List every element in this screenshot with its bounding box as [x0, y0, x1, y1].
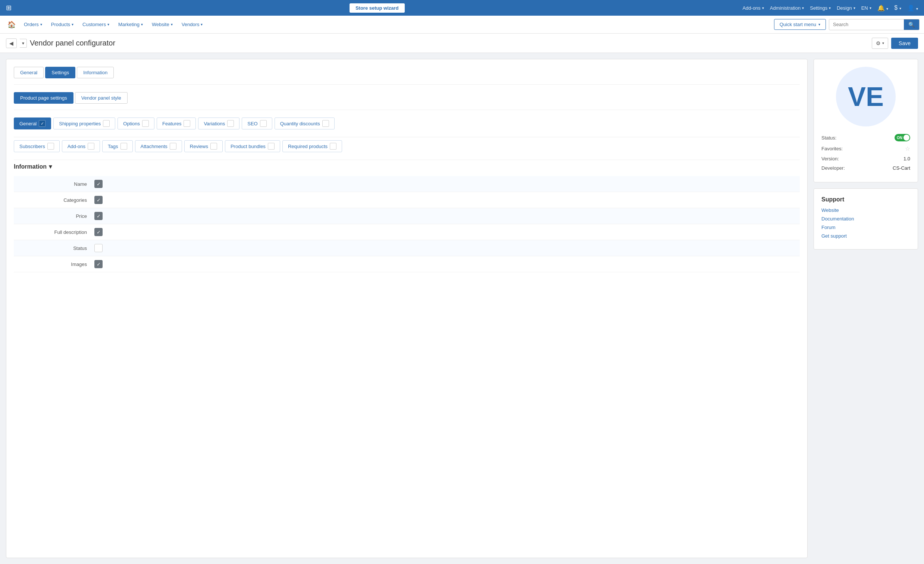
subtab-product-page-settings[interactable]: Product page settings: [14, 92, 74, 104]
information-section-heading[interactable]: Information ▾: [14, 163, 800, 170]
sidebar-version-row: Version: 1.0: [821, 156, 910, 162]
checkbox-images[interactable]: ✓: [94, 260, 103, 268]
user-icon[interactable]: 👤 ▾: [907, 4, 918, 12]
content-area: General Settings Information Product pag…: [6, 59, 808, 558]
status-label: Status:: [821, 135, 836, 141]
addons-menu[interactable]: Add-ons ▾: [742, 5, 764, 11]
design-menu[interactable]: Design ▾: [837, 5, 855, 11]
top-bar-right: Add-ons ▾ Administration ▾ Settings ▾ De…: [742, 4, 918, 12]
form-row-status: Status: [14, 240, 800, 256]
marketing-menu[interactable]: Marketing ▾: [114, 20, 147, 30]
pill-reviews-checkbox: [210, 143, 217, 150]
nav-bar-left: 🏠 Orders ▾ Products ▾ Customers ▾ Market…: [4, 19, 772, 30]
label-status: Status: [20, 246, 94, 251]
administration-menu[interactable]: Administration ▾: [770, 5, 804, 11]
grid-icon[interactable]: ⊞: [6, 4, 12, 12]
pill-attachments-checkbox: [170, 143, 177, 150]
main-tabs: General Settings Information: [14, 67, 800, 85]
website-menu[interactable]: Website ▾: [148, 20, 177, 30]
feature-pills-row2: Subscribers Add-ons Tags Attachments Rev…: [14, 140, 800, 160]
pill-variations[interactable]: Variations: [198, 117, 240, 129]
checkbox-price[interactable]: ✓: [94, 212, 103, 220]
pill-product-bundles[interactable]: Product bundles: [225, 140, 280, 152]
language-menu[interactable]: EN ▾: [861, 5, 872, 11]
form-row-name: Name ✓: [14, 176, 800, 192]
pill-subscribers-label: Subscribers: [20, 144, 45, 149]
label-full-description: Full description: [20, 230, 94, 235]
search-input[interactable]: [829, 20, 904, 30]
pill-seo[interactable]: SEO: [242, 117, 272, 129]
subtab-vendor-panel-style[interactable]: Vendor panel style: [75, 92, 128, 104]
back-button[interactable]: ◀: [6, 38, 17, 48]
form-row-full-description: Full description ✓: [14, 224, 800, 240]
tab-settings[interactable]: Settings: [45, 67, 75, 78]
support-get-support-link[interactable]: Get support: [821, 233, 910, 239]
pill-tags-label: Tags: [108, 144, 118, 149]
nav-bar: 🏠 Orders ▾ Products ▾ Customers ▾ Market…: [0, 16, 924, 34]
page-title: Vendor panel configurator: [30, 39, 115, 47]
pill-general-checkbox: ✓: [39, 120, 45, 127]
pill-tags[interactable]: Tags: [102, 140, 132, 152]
pill-reviews[interactable]: Reviews: [184, 140, 223, 152]
gear-button[interactable]: ⚙ ▾: [872, 38, 888, 49]
save-button[interactable]: Save: [891, 38, 918, 49]
pill-quantity-discounts-label: Quantity discounts: [280, 121, 320, 126]
pill-required-products[interactable]: Required products: [282, 140, 342, 152]
support-heading: Support: [821, 196, 910, 203]
settings-menu[interactable]: Settings ▾: [810, 5, 831, 11]
form-row-price: Price ✓: [14, 208, 800, 224]
version-value: 1.0: [903, 156, 910, 162]
pill-options[interactable]: Options: [117, 117, 154, 129]
support-card: Support Website Documentation Forum Get …: [814, 188, 918, 249]
pill-attachments[interactable]: Attachments: [135, 140, 182, 152]
orders-menu[interactable]: Orders ▾: [20, 20, 46, 30]
vendors-menu[interactable]: Vendors ▾: [178, 20, 207, 30]
favorites-star[interactable]: ☆: [905, 145, 910, 152]
page-header: ◀ ▾ Vendor panel configurator ⚙ ▾ Save: [0, 34, 924, 53]
status-toggle[interactable]: ON: [894, 134, 910, 141]
pill-shipping[interactable]: Shipping properties: [53, 117, 115, 129]
pill-features[interactable]: Features: [157, 117, 196, 129]
customers-menu[interactable]: Customers ▾: [79, 20, 113, 30]
checkbox-name[interactable]: ✓: [94, 180, 103, 188]
support-website-link[interactable]: Website: [821, 207, 910, 213]
pill-general-label: General: [20, 121, 36, 126]
quick-start-button[interactable]: Quick start menu ▾: [774, 19, 826, 30]
store-setup-button[interactable]: Store setup wizard: [350, 3, 405, 13]
form-row-categories: Categories ✓: [14, 192, 800, 208]
products-menu[interactable]: Products ▾: [47, 20, 77, 30]
label-name: Name: [20, 181, 94, 187]
quick-start-label: Quick start menu: [780, 22, 816, 27]
pill-quantity-discounts-checkbox: [322, 120, 329, 127]
pill-subscribers[interactable]: Subscribers: [14, 140, 60, 152]
pill-general[interactable]: General ✓: [14, 117, 51, 129]
pill-product-bundles-checkbox: [268, 143, 274, 150]
tab-information[interactable]: Information: [77, 67, 114, 78]
search-button[interactable]: 🔍: [904, 20, 919, 30]
notifications-icon[interactable]: 🔔 ▾: [878, 4, 888, 12]
page-header-left: ◀ ▾ Vendor panel configurator: [6, 38, 115, 48]
sub-tabs: Product page settings Vendor panel style: [14, 92, 800, 110]
tab-general[interactable]: General: [14, 67, 44, 78]
checkbox-status[interactable]: [94, 244, 103, 252]
developer-value: CS-Cart: [892, 165, 910, 171]
sidebar-favorites-row: Favorites: ☆: [821, 145, 910, 152]
support-forum-link[interactable]: Forum: [821, 225, 910, 230]
pill-quantity-discounts[interactable]: Quantity discounts: [274, 117, 334, 129]
checkbox-full-description[interactable]: ✓: [94, 228, 103, 236]
sidebar-developer-row: Developer: CS-Cart: [821, 165, 910, 171]
form-row-images: Images ✓: [14, 256, 800, 272]
pill-shipping-checkbox: [103, 120, 110, 127]
checkbox-categories[interactable]: ✓: [94, 196, 103, 204]
top-bar: ⊞ Store setup wizard Add-ons ▾ Administr…: [0, 0, 924, 16]
favorites-label: Favorites:: [821, 146, 843, 152]
back-dropdown-button[interactable]: ▾: [20, 39, 27, 48]
pill-shipping-label: Shipping properties: [59, 121, 101, 126]
information-form: Name ✓ Categories ✓ Price ✓ Full descrip…: [14, 176, 800, 272]
home-button[interactable]: 🏠: [4, 19, 19, 30]
pill-features-label: Features: [162, 121, 181, 126]
support-documentation-link[interactable]: Documentation: [821, 216, 910, 222]
addon-logo: VE: [836, 67, 896, 126]
pill-addons[interactable]: Add-ons: [62, 140, 100, 152]
currency-icon[interactable]: $ ▾: [894, 4, 901, 11]
